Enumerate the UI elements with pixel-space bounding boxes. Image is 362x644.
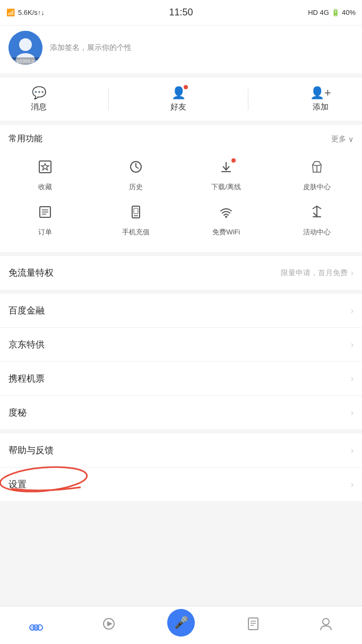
video-tab-icon [101,616,116,634]
svg-point-1 [19,38,32,51]
nav-divider-2 [248,89,248,110]
nav-item-add[interactable]: 👤+ 添加 [310,86,331,112]
chevron-down-icon: ∨ [348,135,354,143]
orders-icon [38,205,53,223]
download-icon [219,159,234,178]
svg-point-33 [323,618,329,625]
menu-group-services: 百度金融 › 京东特供 › 携程机票 › 度秘 › [0,294,362,429]
skin-label: 皮肤中心 [303,182,331,192]
help-chevron-icon: › [351,446,354,455]
icon-item-recharge[interactable]: 手机充值 [91,198,182,243]
ctrip-label: 携程机票 [8,372,45,385]
favorites-icon [38,159,53,178]
status-left: 📶 5.6K/s↑↓ [6,9,45,16]
svg-line-7 [136,167,139,168]
menu-item-traffic-privilege[interactable]: 免流量特权 限量申请，首月免费 › [0,256,362,290]
download-badge [231,158,236,163]
icon-item-favorites[interactable]: 收藏 [0,153,91,198]
activity-label: 活动中心 [303,227,331,237]
recharge-label: 手机充值 [122,227,150,237]
status-right: HD 4G 🔋 40% [308,9,356,16]
signal-icon: 📶 [6,9,15,16]
jd-supply-label: 京东特供 [8,338,45,351]
menu-item-help[interactable]: 帮助与反馈 › [0,434,362,468]
baidu-finance-label: 百度金融 [8,304,45,317]
icon-item-orders[interactable]: 订单 [0,198,91,243]
svg-rect-17 [134,208,138,214]
friends-icon: 👤 [171,86,186,100]
jd-supply-chevron-icon: › [351,340,354,350]
ctrip-right: › [351,374,354,384]
menu-group-traffic: 免流量特权 限量申请，首月免费 › [0,256,362,290]
dumi-label: 度秘 [8,406,27,419]
icon-item-skin[interactable]: 皮肤中心 [272,153,363,198]
profile-text: 添加签名，展示你的个性 [50,43,354,53]
icon-item-wifi[interactable]: 免费WiFi [181,198,272,243]
battery-icon: 🔋 [331,9,340,16]
help-right: › [351,446,354,455]
icon-item-download[interactable]: 下载/离线 [181,153,272,198]
section-more-common[interactable]: 更多 ∨ [331,134,354,144]
tab-bar: 百 度 🎤 [0,606,362,644]
profile-header: pc0359.cn 添加签名，展示你的个性 [0,26,362,78]
mic-icon: 🎤 [174,616,188,630]
wifi-icon [219,205,234,223]
nav-item-messages[interactable]: 💬 消息 [31,86,47,112]
download-label: 下载/离线 [211,182,241,192]
notes-tab-icon [246,616,261,634]
icon-item-activity[interactable]: 活动中心 [272,198,363,243]
traffic-chevron-icon: › [351,268,354,278]
tab-item-home[interactable]: 百 度 [0,616,72,634]
tab-item-notes[interactable] [217,616,289,634]
menu-item-jd-supply[interactable]: 京东特供 › [0,328,362,362]
mic-button[interactable]: 🎤 [167,609,195,637]
profile-subtitle: 添加签名，展示你的个性 [50,43,354,53]
history-icon [128,159,143,178]
svg-rect-20 [313,216,321,217]
svg-marker-28 [107,621,113,626]
jd-supply-right: › [351,340,354,350]
favorites-label: 收藏 [38,182,52,192]
add-icon: 👤+ [310,86,331,100]
network-text: HD 4G [308,9,329,16]
dumi-chevron-icon: › [351,408,354,418]
avatar-watermark: pc0359.cn [8,57,42,65]
settings-label: 设置 [8,478,27,490]
status-time: 11:50 [169,7,193,18]
baidu-finance-chevron-icon: › [351,306,354,316]
nav-item-friends[interactable]: 👤 好友 [170,86,186,112]
nav-label-add: 添加 [313,102,329,112]
menu-item-baidu-finance[interactable]: 百度金融 › [0,294,362,328]
traffic-privilege-label: 免流量特权 [8,267,54,279]
settings-right: › [351,480,354,489]
dumi-right: › [351,408,354,418]
skin-icon [309,159,324,178]
status-bar: 📶 5.6K/s↑↓ 11:50 HD 4G 🔋 40% [0,0,362,26]
menu-group-support: 帮助与反馈 › 设置 › [0,434,362,501]
signal-text: 5.6K/s↑↓ [18,9,45,16]
settings-chevron-icon: › [351,480,354,489]
menu-item-dumi[interactable]: 度秘 › [0,396,362,429]
icon-grid: 收藏 历史 下载/离线 [0,151,362,252]
menu-item-settings[interactable]: 设置 › [0,468,362,501]
common-functions-section: 常用功能 更多 ∨ 收藏 历史 [0,125,362,252]
tab-item-video[interactable] [72,616,144,634]
activity-icon [309,205,324,223]
menu-item-ctrip[interactable]: 携程机票 › [0,362,362,396]
recharge-icon [128,205,143,223]
nav-divider-1 [108,89,109,110]
icon-item-history[interactable]: 历史 [91,153,182,198]
section-header-common: 常用功能 更多 ∨ [0,125,362,151]
tab-item-profile[interactable] [290,616,362,634]
profile-tab-icon [318,616,333,634]
orders-label: 订单 [38,227,52,237]
help-label: 帮助与反馈 [8,444,54,456]
svg-text:度: 度 [34,626,38,631]
tab-item-mic[interactable]: 🎤 [145,614,217,637]
svg-point-18 [225,216,227,218]
friends-dot [184,85,188,89]
wifi-label: 免费WiFi [212,227,240,237]
history-label: 历史 [129,182,143,192]
nav-label-messages: 消息 [31,102,47,112]
avatar[interactable]: pc0359.cn [8,31,42,65]
